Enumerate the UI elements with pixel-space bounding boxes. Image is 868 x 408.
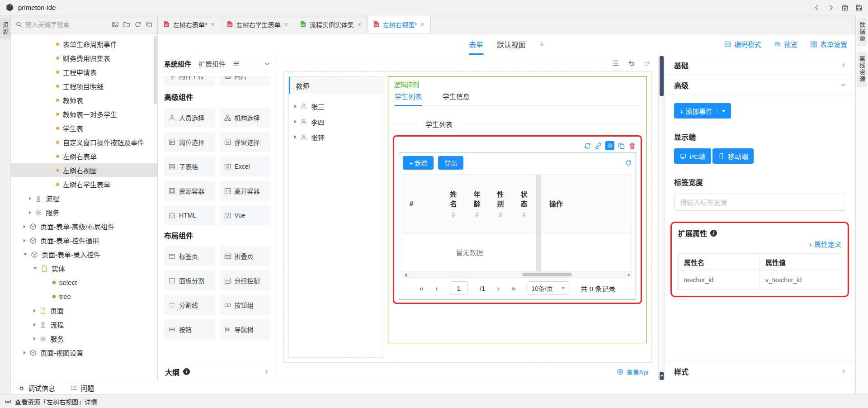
tree-item[interactable]: 左树右表单 <box>11 149 157 163</box>
rail-tab-offline-resources[interactable]: 离线资源 <box>857 52 867 87</box>
tab-form[interactable]: 表单 <box>469 33 483 55</box>
tree-item-package[interactable]: 页面-表单-控件通用 <box>11 233 157 247</box>
tree-item[interactable]: 财务费用归集表 <box>11 51 157 65</box>
vertical-scrollbar[interactable] <box>658 55 665 381</box>
tree-item-process[interactable]: 流程 <box>11 318 157 332</box>
tab-extension-components[interactable]: 扩展组件 <box>198 59 226 68</box>
page-size-select[interactable]: 10条/页 <box>528 281 569 295</box>
tree-item-page[interactable]: 页面 <box>11 304 157 318</box>
palette-item-tabs-page[interactable]: 标签页 <box>164 246 215 266</box>
tab-debug-info[interactable]: 调试信息 <box>18 383 55 393</box>
tree-item-select[interactable]: select <box>11 275 157 289</box>
teacher-tree-widget[interactable]: 教师 张三 李四 张锋 <box>288 76 383 358</box>
palette-item-popup-select[interactable]: 弹窗选择 <box>220 132 271 152</box>
history-forward-icon[interactable] <box>827 4 835 11</box>
history-back-icon[interactable] <box>813 4 821 11</box>
form-settings-button[interactable]: 表单设置 <box>810 39 847 49</box>
teacher-tree-item[interactable]: 张三 <box>289 99 383 114</box>
tree-item[interactable]: 教师表一对多学生 <box>11 107 157 121</box>
scroll-right-arrow[interactable] <box>628 273 630 277</box>
outline-section[interactable]: 大纲 <box>158 362 277 381</box>
chevron-down-icon[interactable] <box>264 61 270 67</box>
add-view-button[interactable]: + <box>539 33 544 55</box>
palette-item-panel-split[interactable]: 面板分割 <box>164 270 215 290</box>
tree-item-tree[interactable]: tree <box>11 289 157 304</box>
tree-item-process[interactable]: 流程 <box>11 191 157 205</box>
mobile-target-button[interactable]: 移动端 <box>712 148 754 164</box>
palette-item-org-select[interactable]: 机构选择 <box>220 108 271 128</box>
close-icon[interactable] <box>358 21 361 28</box>
current-page-input[interactable]: 1 <box>450 281 468 295</box>
data-grid-widget[interactable]: + 新增 导出 # <box>399 152 636 300</box>
teacher-tree-item[interactable]: 李四 <box>289 114 383 129</box>
tree-item[interactable]: 学生表 <box>11 121 157 135</box>
form-root-container[interactable]: 教师 张三 李四 张锋 逻辑控制 <box>283 71 652 363</box>
section-basic[interactable]: 基础 <box>665 55 855 75</box>
sync-icon[interactable] <box>584 142 591 150</box>
tab-default-view[interactable]: 默认视图 <box>497 33 526 55</box>
refresh-icon[interactable] <box>134 21 142 28</box>
doc-tab-1[interactable]: 左树右表单* <box>158 15 221 33</box>
menu-icon[interactable] <box>233 60 240 67</box>
folder-icon[interactable] <box>123 21 130 28</box>
export-button[interactable]: 导出 <box>438 156 463 170</box>
export-icon[interactable] <box>841 4 849 11</box>
rail-tab-datasource[interactable]: 数据源 <box>857 18 867 46</box>
tab-system-components[interactable]: 系统组件 <box>164 59 191 68</box>
first-page-button[interactable]: « <box>420 285 424 292</box>
palette-item-divider[interactable]: 分割线 <box>164 295 215 315</box>
section-style[interactable]: 样式 <box>665 361 855 381</box>
palette-item-attachment-upload[interactable]: 附件上传 <box>164 76 215 86</box>
define-property-link[interactable]: + 属性定义 <box>678 239 841 249</box>
undo-icon[interactable] <box>627 59 635 67</box>
tree-item-service[interactable]: 服务 <box>11 332 157 346</box>
sidebar-scrollbar[interactable] <box>154 36 157 104</box>
tree-item-selected[interactable]: 左树右视图 <box>11 163 157 177</box>
link-icon[interactable] <box>594 142 602 150</box>
copy-icon[interactable] <box>146 21 153 28</box>
tree-item-entity-folder[interactable]: 实体 <box>11 261 157 275</box>
outline-tree-icon[interactable] <box>612 59 619 67</box>
col-header-gender[interactable]: 性别 <box>489 175 512 232</box>
section-advanced[interactable]: 高级 <box>665 75 855 95</box>
add-event-button[interactable]: + 添加事件 <box>674 103 731 119</box>
doc-tab-2[interactable]: 左树右学生表单 <box>221 15 294 33</box>
palette-item-image[interactable]: 图片 <box>220 76 271 86</box>
palette-item-nav-tree[interactable]: 导航树 <box>220 319 271 339</box>
palette-item-html[interactable]: HTML <box>164 205 215 225</box>
search-box[interactable] <box>15 21 108 28</box>
col-header-age[interactable]: 年龄 <box>465 175 489 232</box>
palette-item-advanced-container[interactable]: 高开容器 <box>220 181 271 201</box>
logic-control-container[interactable]: 逻辑控制 学生列表 学生信息 学生列表 <box>388 76 647 343</box>
tree-item[interactable]: 左树右学生表单 <box>11 177 157 191</box>
prop-value-cell[interactable]: v_teacher_id <box>760 271 841 289</box>
close-icon[interactable] <box>211 21 214 28</box>
tree-item-package[interactable]: 页面-视图设置 <box>11 346 157 360</box>
teacher-tree-item[interactable]: 张锋 <box>289 129 383 145</box>
tab-student-info[interactable]: 学生信息 <box>443 91 470 105</box>
delete-icon[interactable] <box>628 142 636 150</box>
tree-item-service[interactable]: 服务 <box>11 205 157 219</box>
doc-tab-3[interactable]: 流程实例实体集 <box>294 15 368 33</box>
add-row-button[interactable]: + 新增 <box>403 156 434 170</box>
duplicate-icon[interactable] <box>618 142 625 150</box>
view-api-link[interactable]: 查看Api <box>617 367 648 376</box>
save-icon[interactable] <box>855 4 863 11</box>
palette-item-post-select[interactable]: 岗位选择 <box>164 132 215 152</box>
tree-item-package-expanded[interactable]: 页面-表单-录入控件 <box>11 247 157 261</box>
label-width-input[interactable] <box>674 194 846 211</box>
tree-item[interactable]: 教师表 <box>11 93 157 107</box>
palette-item-button[interactable]: 按钮 <box>164 319 215 339</box>
palette-item-subtable[interactable]: 子表格 <box>164 157 215 176</box>
redo-icon[interactable] <box>643 59 651 67</box>
horizontal-scrollbar[interactable] <box>403 271 632 277</box>
next-page-button[interactable]: › <box>497 285 500 292</box>
tab-student-list[interactable]: 学生列表 <box>395 91 422 105</box>
palette-item-resource-container[interactable]: 资源容器 <box>164 181 215 201</box>
close-icon[interactable] <box>420 21 424 28</box>
scrollbar-thumb[interactable] <box>660 56 664 96</box>
palette-item-button-group[interactable]: 按钮组 <box>220 295 271 315</box>
code-mode-button[interactable]: 编码模式 <box>724 39 761 49</box>
last-page-button[interactable]: » <box>511 285 515 292</box>
palette-item-person-select[interactable]: 人员选择 <box>164 108 215 128</box>
